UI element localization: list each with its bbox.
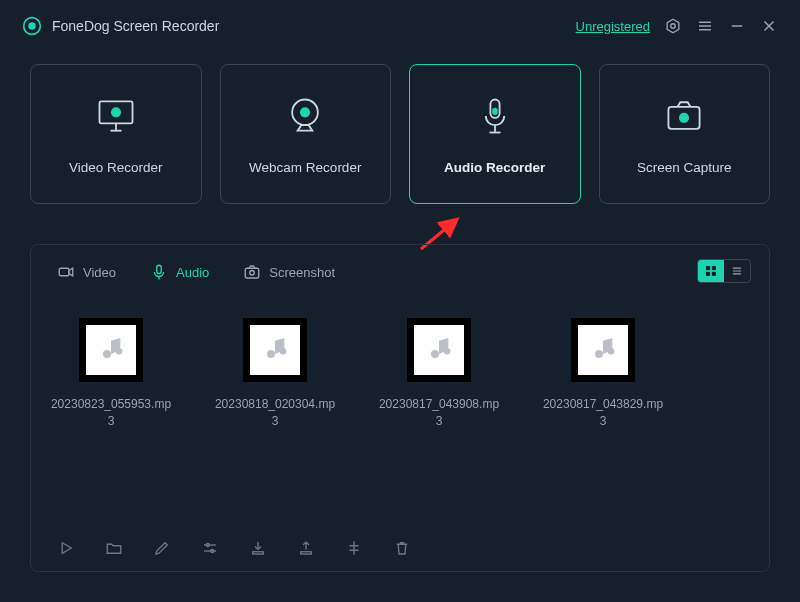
sliders-icon[interactable]	[201, 539, 219, 557]
svg-rect-32	[712, 272, 716, 276]
folder-icon[interactable]	[105, 539, 123, 557]
list-view-button[interactable]	[724, 260, 750, 282]
svg-rect-31	[706, 272, 710, 276]
mode-audio-recorder[interactable]: Audio Recorder	[409, 64, 581, 204]
file-item[interactable]: 20230817_043829.mp3	[541, 318, 665, 430]
file-item[interactable]: 20230823_055953.mp3	[49, 318, 173, 430]
app-brand: FoneDog Screen Recorder	[22, 16, 219, 36]
svg-point-1	[28, 22, 36, 30]
file-thumbnail	[407, 318, 471, 382]
svg-rect-25	[157, 265, 162, 273]
tab-label: Audio	[176, 265, 209, 280]
svg-point-28	[250, 271, 255, 276]
svg-rect-30	[712, 266, 716, 270]
convert-icon[interactable]	[345, 539, 363, 557]
file-name: 20230817_043908.mp3	[377, 396, 501, 430]
file-thumbnail	[79, 318, 143, 382]
svg-marker-2	[667, 19, 679, 33]
svg-point-38	[444, 348, 451, 355]
menu-icon[interactable]	[696, 17, 714, 35]
trash-icon[interactable]	[393, 539, 411, 557]
mode-label: Audio Recorder	[444, 160, 545, 175]
play-icon[interactable]	[57, 539, 75, 557]
title-bar: FoneDog Screen Recorder Unregistered	[0, 0, 800, 52]
app-logo-icon	[22, 16, 42, 36]
file-item[interactable]: 20230818_020304.mp3	[213, 318, 337, 430]
mode-label: Screen Capture	[637, 160, 732, 175]
file-type-tabs: Video Audio Screenshot	[31, 245, 769, 290]
svg-point-37	[280, 348, 287, 355]
file-toolbar	[31, 523, 769, 571]
svg-point-11	[111, 107, 121, 117]
svg-marker-40	[62, 543, 71, 554]
svg-rect-24	[59, 268, 69, 276]
svg-point-3	[671, 24, 676, 29]
minimize-button[interactable]	[728, 17, 746, 35]
svg-point-39	[608, 348, 615, 355]
mode-webcam-recorder[interactable]: Webcam Recorder	[220, 64, 392, 204]
app-title: FoneDog Screen Recorder	[52, 18, 219, 34]
svg-point-36	[116, 348, 123, 355]
file-name: 20230823_055953.mp3	[49, 396, 173, 430]
tab-video[interactable]: Video	[57, 263, 116, 281]
tab-screenshot[interactable]: Screenshot	[243, 263, 335, 281]
title-bar-controls: Unregistered	[576, 17, 778, 35]
registration-status-link[interactable]: Unregistered	[576, 19, 650, 34]
svg-rect-27	[246, 268, 260, 278]
history-panel: Video Audio Screenshot 20230823_055953.m…	[30, 244, 770, 572]
settings-icon[interactable]	[664, 17, 682, 35]
tab-label: Video	[83, 265, 116, 280]
grid-view-button[interactable]	[698, 260, 724, 282]
edit-icon[interactable]	[153, 539, 171, 557]
svg-point-21	[679, 112, 689, 122]
file-name: 20230817_043829.mp3	[541, 396, 665, 430]
share-icon[interactable]	[297, 539, 315, 557]
tab-audio[interactable]: Audio	[150, 263, 209, 281]
webcam-icon	[283, 94, 327, 138]
file-name: 20230818_020304.mp3	[213, 396, 337, 430]
svg-rect-46	[301, 552, 312, 554]
file-item[interactable]: 20230817_043908.mp3	[377, 318, 501, 430]
svg-point-15	[300, 107, 310, 117]
download-icon[interactable]	[249, 539, 267, 557]
camera-icon	[662, 94, 706, 138]
monitor-record-icon	[94, 94, 138, 138]
svg-rect-17	[492, 107, 498, 114]
svg-rect-29	[706, 266, 710, 270]
mode-label: Webcam Recorder	[249, 160, 361, 175]
close-button[interactable]	[760, 17, 778, 35]
mode-label: Video Recorder	[69, 160, 163, 175]
mode-grid: Video Recorder Webcam Recorder Audio Rec…	[0, 52, 800, 204]
file-thumbnail	[571, 318, 635, 382]
view-toggle	[697, 259, 751, 283]
mode-screen-capture[interactable]: Screen Capture	[599, 64, 771, 204]
svg-rect-45	[253, 552, 264, 554]
tab-label: Screenshot	[269, 265, 335, 280]
mode-video-recorder[interactable]: Video Recorder	[30, 64, 202, 204]
microphone-icon	[473, 94, 517, 138]
file-grid: 20230823_055953.mp3 20230818_020304.mp3 …	[31, 290, 769, 430]
file-thumbnail	[243, 318, 307, 382]
